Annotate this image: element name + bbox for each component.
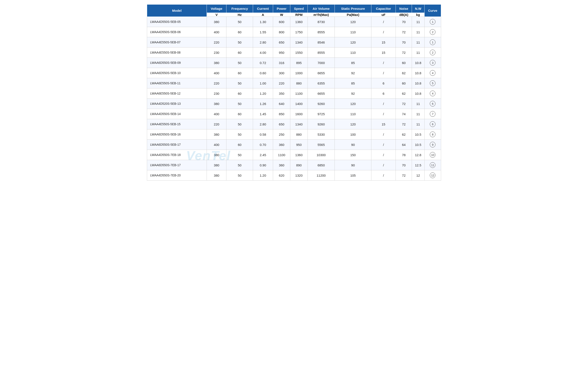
- cell-capacitor: 15: [371, 119, 396, 129]
- cell-capacitor: 15: [371, 37, 396, 47]
- cell-model: LWAA4D550S-7EB-20: [147, 170, 207, 180]
- cell-static_pressure: 120: [335, 37, 371, 47]
- cell-air_volume: 5330: [308, 129, 335, 140]
- cell-model: LWAA4D550S-5EB-14: [147, 109, 207, 119]
- cell-capacitor: /: [371, 58, 396, 68]
- subheader-noise: dB(A): [396, 13, 412, 17]
- cell-speed: 1550: [290, 47, 308, 58]
- cell-nw: 11: [412, 119, 424, 129]
- header-nw: N.W: [412, 5, 424, 13]
- cell-voltage: 400: [207, 109, 226, 119]
- cell-nw: 10.5: [412, 129, 424, 140]
- cell-current: 1.26: [253, 99, 273, 109]
- subheader-current: A: [253, 13, 273, 17]
- cell-nw: 11: [412, 109, 424, 119]
- cell-power: 300: [273, 68, 290, 78]
- cell-static_pressure: 85: [335, 78, 371, 88]
- cell-current: 1.20: [253, 170, 273, 180]
- cell-power: 1100: [273, 150, 290, 160]
- header-static-pressure: Static Pressure: [335, 5, 371, 13]
- table-row: LWAA4D550S-7EB-18380502.4511001360103001…: [147, 150, 441, 160]
- cell-speed: 880: [290, 129, 308, 140]
- cell-curve: 11: [424, 160, 441, 170]
- cell-nw: 11: [412, 47, 424, 58]
- cell-voltage: 380: [207, 160, 226, 170]
- cell-static_pressure: 110: [335, 47, 371, 58]
- cell-curve: 3: [424, 58, 441, 68]
- cell-model: LWAA6D550S-7EB-17: [147, 160, 207, 170]
- header-noise: Noise: [396, 5, 412, 13]
- cell-air_volume: 9260: [308, 119, 335, 129]
- cell-current: 1.45: [253, 109, 273, 119]
- table-row: LWAA6D550S-5EB-10400600.603001000665592/…: [147, 68, 441, 78]
- header-curve: Curve: [424, 5, 441, 17]
- cell-nw: 11: [412, 99, 424, 109]
- cell-frequency: 60: [227, 140, 253, 150]
- cell-model: LWAA6E550S-5EB-12: [147, 88, 207, 99]
- cell-current: 0.58: [253, 129, 273, 140]
- cell-voltage: 380: [207, 99, 226, 109]
- cell-noise: 62: [396, 68, 412, 78]
- cell-current: 0.70: [253, 140, 273, 150]
- cell-capacitor: 6: [371, 88, 396, 99]
- table-row: LWAA4D520S-5EB-13380501.2664014009260120…: [147, 99, 441, 109]
- cell-static_pressure: 92: [335, 88, 371, 99]
- cell-model: LWAA4D550S-5EB-05: [147, 17, 207, 27]
- cell-current: 2.45: [253, 150, 273, 160]
- cell-static_pressure: 92: [335, 68, 371, 78]
- cell-curve: 6: [424, 99, 441, 109]
- table-row: LWAA6E550S-5EB-12230601.2035011006655926…: [147, 88, 441, 99]
- cell-curve: 4: [424, 68, 441, 78]
- subheader-capacitor: uF: [371, 13, 396, 17]
- cell-noise: 70: [396, 17, 412, 27]
- cell-voltage: 380: [207, 17, 226, 27]
- cell-static_pressure: 110: [335, 109, 371, 119]
- cell-power: 850: [273, 109, 290, 119]
- table-row: LWAA4E550S-5EB-08230604.0095015508555110…: [147, 47, 441, 58]
- subheader-frequency: Hz: [227, 13, 253, 17]
- cell-frequency: 50: [227, 129, 253, 140]
- cell-voltage: 400: [207, 68, 226, 78]
- cell-current: 2.80: [253, 37, 273, 47]
- cell-voltage: 380: [207, 150, 226, 160]
- table-row: LWAA4D550S-7EB-20380501.2062013201120010…: [147, 170, 441, 180]
- cell-air_volume: 6655: [308, 88, 335, 99]
- cell-capacitor: /: [371, 140, 396, 150]
- cell-power: 360: [273, 160, 290, 170]
- cell-speed: 1000: [290, 68, 308, 78]
- cell-air_volume: 6355: [308, 78, 335, 88]
- cell-capacitor: /: [371, 170, 396, 180]
- cell-capacitor: /: [371, 129, 396, 140]
- table-row: LWAA4D550S-5EB-14400601.4585016009725110…: [147, 109, 441, 119]
- cell-curve: 9: [424, 140, 441, 150]
- cell-current: 1.30: [253, 17, 273, 27]
- cell-speed: 880: [290, 78, 308, 88]
- cell-frequency: 50: [227, 37, 253, 47]
- cell-curve: 2: [424, 27, 441, 37]
- cell-nw: 10.5: [412, 140, 424, 150]
- cell-model: LWAA4D520S-5EB-13: [147, 99, 207, 109]
- cell-speed: 1400: [290, 99, 308, 109]
- cell-current: 1.55: [253, 27, 273, 37]
- cell-air_volume: 8555: [308, 27, 335, 37]
- cell-current: 0.72: [253, 58, 273, 68]
- cell-power: 250: [273, 129, 290, 140]
- cell-static_pressure: 90: [335, 140, 371, 150]
- cell-static_pressure: 150: [335, 150, 371, 160]
- subheader-air-volume: m³/h(Max): [308, 13, 335, 17]
- cell-air_volume: 9725: [308, 109, 335, 119]
- table-row: LWAA6D550S-5EB-16380500.582508805330100/…: [147, 129, 441, 140]
- cell-power: 316: [273, 58, 290, 68]
- cell-speed: 1100: [290, 88, 308, 99]
- cell-curve: 5: [424, 78, 441, 88]
- subheader-speed: RPM: [290, 13, 308, 17]
- cell-nw: 12.8: [412, 150, 424, 160]
- cell-power: 600: [273, 17, 290, 27]
- cell-air_volume: 7000: [308, 58, 335, 68]
- header-model: Model: [147, 5, 207, 17]
- table-row: LWAA4D550S-5EB-06400601.5580017508555110…: [147, 27, 441, 37]
- cell-nw: 10.8: [412, 58, 424, 68]
- cell-frequency: 60: [227, 88, 253, 99]
- cell-capacitor: 6: [371, 78, 396, 88]
- cell-voltage: 220: [207, 78, 226, 88]
